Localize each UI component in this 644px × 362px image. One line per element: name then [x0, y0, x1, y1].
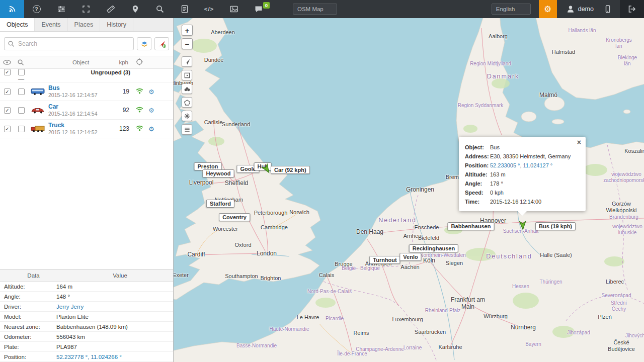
zoom-column-toggle[interactable] — [14, 59, 27, 66]
object-row-icons: ⚙ — [131, 106, 173, 115]
group-visible-checkbox[interactable] — [4, 69, 11, 75]
measure-button[interactable] — [98, 0, 123, 18]
popup-row: Speed:0 kph — [465, 188, 580, 197]
send-plus-icon — [158, 40, 166, 48]
detail-value: 164 m — [56, 284, 173, 290]
detail-value: Plaxton Elite — [56, 314, 173, 320]
popup-label: Angle: — [465, 179, 490, 188]
bus-vehicle-icon — [27, 87, 48, 96]
zone-label-venlo: Venlo — [399, 253, 421, 261]
kph-column-header[interactable]: kph — [113, 59, 131, 65]
object-settings-icon[interactable]: ⚙ — [148, 88, 154, 95]
app-logo-button[interactable] — [0, 0, 24, 18]
detail-label: Driver: — [0, 304, 56, 310]
search-input[interactable] — [4, 37, 134, 50]
places-button[interactable] — [123, 0, 147, 18]
map-type-select[interactable]: OSM Map — [293, 4, 337, 15]
object-speed: 19 — [113, 88, 131, 95]
connection-status-icon — [135, 106, 144, 115]
tab-events[interactable]: Events — [35, 18, 67, 31]
magnifier-icon — [17, 59, 24, 66]
popup-close-button[interactable]: × — [577, 139, 581, 146]
group-select-checkbox[interactable] — [18, 69, 25, 75]
object-visible-checkbox[interactable] — [4, 126, 11, 132]
object-visible-checkbox[interactable] — [4, 107, 11, 114]
zoom-in-button[interactable]: + — [182, 25, 193, 36]
object-row-bus[interactable]: Bus2015-12-16 12:14:5719⚙ — [0, 82, 173, 101]
popup-row: Object:Bus — [465, 143, 580, 152]
zoom-out-button[interactable]: − — [182, 38, 193, 49]
object-row-icons: ⚙ — [131, 87, 173, 96]
detail-value: PLA987 — [56, 344, 173, 350]
top-toolbar: ? </> 0 OSM Map English ⚙ demo — [0, 0, 644, 18]
object-marker-arrow[interactable] — [517, 220, 528, 233]
fullscreen-button[interactable] — [73, 0, 98, 18]
map-tool-geofence-button[interactable] — [182, 97, 192, 108]
tab-history[interactable]: History — [100, 18, 133, 31]
object-select-checkbox[interactable] — [18, 88, 25, 95]
object-name-link[interactable]: Bus — [48, 84, 113, 92]
help-button[interactable]: ? — [24, 0, 49, 18]
collapse-group-button[interactable]: — — [0, 75, 18, 82]
map-tool-fit-button[interactable] — [182, 70, 192, 80]
detail-row: Odometer:556043 km — [0, 332, 173, 342]
map-tool-cluster-button[interactable] — [182, 111, 192, 121]
chat-unread-badge: 0 — [263, 2, 270, 9]
detail-row: Altitude:164 m — [0, 282, 173, 292]
api-button[interactable]: </> — [197, 0, 221, 18]
tab-objects[interactable]: Objects — [0, 18, 35, 31]
detail-value: Babbenhausen (148.09 km) — [56, 324, 173, 330]
detail-label: Nearest zone: — [0, 324, 56, 330]
object-marker-label[interactable]: Bus (19 kph) — [535, 222, 576, 230]
chat-button[interactable]: 0 — [246, 0, 271, 18]
phone-icon — [603, 5, 612, 14]
address-search-button[interactable] — [147, 0, 172, 18]
group-row[interactable]: Ungrouped (3) — — [0, 69, 173, 82]
follow-objects-button[interactable] — [154, 37, 169, 50]
popup-rows: Object:BusAddress:E30, 38350 Helmstedt, … — [465, 143, 580, 206]
popup-value[interactable]: 52.233005 °, 11.024127 ° — [490, 161, 580, 170]
popup-label: Speed: — [465, 188, 490, 197]
logout-button[interactable] — [620, 0, 644, 18]
object-row-car[interactable]: Car2015-12-16 12:14:5492⚙ — [0, 101, 173, 120]
sliders-icon — [57, 5, 66, 14]
language-select[interactable]: English — [492, 4, 531, 15]
gallery-button[interactable] — [221, 0, 246, 18]
map-tool-search-area-button[interactable] — [182, 83, 192, 94]
object-name-link[interactable]: Car — [48, 103, 113, 111]
reload-objects-button[interactable] — [137, 37, 151, 50]
detail-row: Plate:PLA987 — [0, 342, 173, 352]
detail-label: Plate: — [0, 344, 56, 350]
object-select-checkbox[interactable] — [18, 107, 25, 114]
reports-button[interactable] — [172, 0, 197, 18]
popup-label: Object: — [465, 143, 490, 152]
detail-value[interactable]: Jerry Jerry — [56, 304, 173, 310]
object-name-link[interactable]: Truck — [48, 122, 113, 129]
object-column-header[interactable]: Object — [48, 59, 113, 65]
zone-label-turnhout: Turnhout — [369, 256, 400, 264]
object-settings-icon[interactable]: ⚙ — [148, 107, 154, 114]
settings-filters-button[interactable] — [49, 0, 73, 18]
object-select-checkbox[interactable] — [18, 126, 25, 132]
layers-icon — [140, 40, 148, 48]
map-tool-layers-button[interactable] — [182, 124, 192, 135]
user-menu[interactable]: demo — [566, 5, 594, 14]
visibility-column-toggle[interactable] — [0, 59, 14, 65]
popup-value: 0 kph — [490, 188, 580, 197]
detail-value[interactable]: 52.232778 °, 11.024266 ° — [56, 354, 173, 360]
tab-places[interactable]: Places — [68, 18, 101, 31]
follow-column-header[interactable] — [131, 58, 173, 67]
object-settings-icon[interactable]: ⚙ — [148, 126, 154, 132]
object-row-truck[interactable]: Truck2015-12-16 12:14:52123⚙ — [0, 120, 173, 138]
gps-signal-icon — [8, 5, 17, 14]
object-visible-checkbox[interactable] — [4, 88, 11, 95]
crosshair-icon — [135, 58, 143, 66]
detail-row: Position:52.232778 °, 11.024266 ° — [0, 352, 173, 362]
map-tool-navigate-button[interactable] — [182, 56, 192, 67]
details-header: Data Value — [0, 270, 173, 282]
object-marker-label[interactable]: Car (92 kph) — [271, 166, 310, 174]
logout-icon — [627, 5, 636, 14]
mobile-version-button[interactable] — [598, 0, 618, 18]
setup-button[interactable]: ⚙ — [539, 0, 557, 18]
map-canvas[interactable]: × Object:BusAddress:E30, 38350 Helmstedt… — [174, 18, 644, 362]
